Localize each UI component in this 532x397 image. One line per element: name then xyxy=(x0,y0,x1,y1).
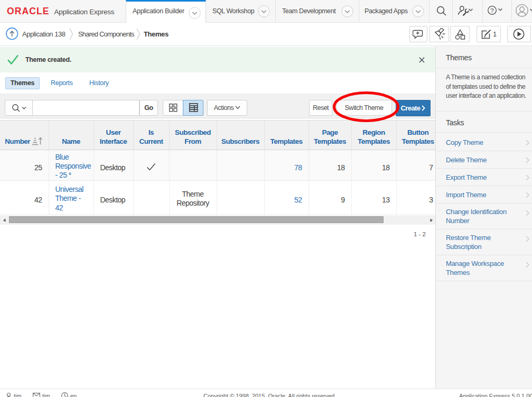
svg-text:?: ? xyxy=(490,7,493,14)
